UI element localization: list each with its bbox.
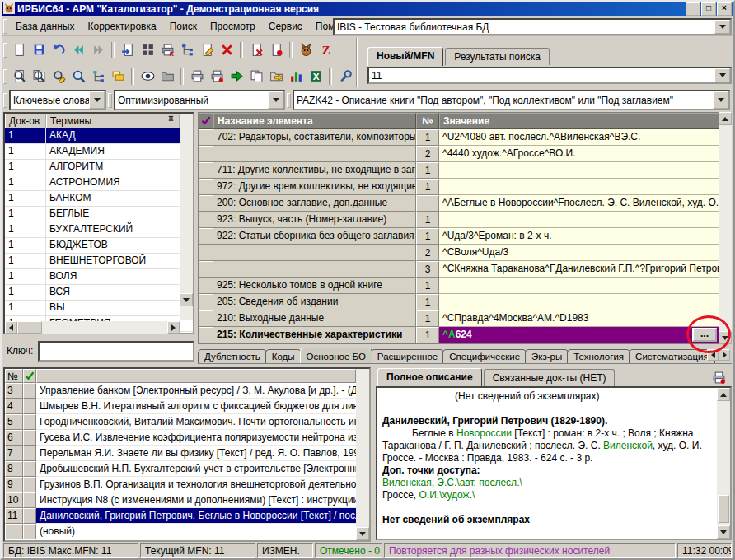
term-row[interactable]: 1БЕГЛЫЕ — [5, 207, 193, 222]
field-value[interactable]: ^A624 — [439, 327, 731, 343]
z39-search-icon[interactable]: Z — [316, 41, 335, 59]
doc-status-icon[interactable] — [267, 41, 285, 59]
key-input[interactable] — [38, 341, 194, 362]
record-row[interactable]: 4Шмырев В.Н. Итеративный алгоритм с фикс… — [5, 399, 369, 414]
terms-col-terms[interactable]: Термины — [46, 114, 180, 128]
records-col-desc[interactable] — [36, 369, 356, 383]
tabs-scroll-right[interactable] — [719, 349, 730, 361]
field-check-cell[interactable] — [199, 162, 213, 179]
record-row[interactable]: 6Гусева И.С. Извлечение коэффициента пол… — [5, 430, 369, 446]
field-row[interactable]: 711: Другие коллективы, не входящие в за… — [199, 162, 731, 179]
title-bar[interactable]: ИРБИС64 - АРМ "Каталогизатор" - Демонстр… — [2, 2, 733, 16]
worksheet-tab-7[interactable]: Систематизация — [629, 349, 715, 363]
field-row[interactable]: 210: Выходные данные1^СПравда^4Москва^АМ… — [199, 310, 731, 327]
fields-scroll-down[interactable] — [719, 331, 732, 344]
field-value[interactable] — [439, 162, 731, 179]
field-check-cell[interactable] — [199, 310, 213, 327]
print-form-icon[interactable]: K — [158, 41, 176, 59]
record-check-cell[interactable] — [23, 477, 36, 492]
field-check-cell[interactable] — [199, 195, 213, 212]
view-grid-icon[interactable] — [138, 41, 157, 59]
field-row[interactable]: 2^СВоля^Uда/3 — [199, 245, 731, 261]
print-special-icon[interactable] — [208, 68, 226, 86]
save-icon[interactable] — [30, 41, 48, 59]
term-row[interactable]: 1БАНКОМ — [5, 191, 193, 207]
statistics-chart-icon[interactable] — [287, 68, 305, 86]
field-row[interactable]: 200: Основное заглавие, доп.данные^АБегл… — [199, 195, 731, 212]
terms-col-docs[interactable]: Док-ов — [5, 114, 46, 128]
field-value[interactable] — [439, 294, 731, 310]
description-scroll-thumb[interactable] — [718, 495, 729, 523]
minimize-button[interactable]: _ — [686, 2, 700, 16]
fields-scroll-up[interactable] — [719, 112, 732, 125]
term-row[interactable]: 1ВЫ — [5, 301, 193, 316]
tab-new-mfn[interactable]: Новый/MFN — [368, 47, 443, 66]
field-check-cell[interactable] — [199, 327, 213, 343]
field-value[interactable]: ^4440 худож.^АГроссе^ВО.И. — [439, 146, 731, 162]
field-check-cell[interactable] — [199, 228, 213, 245]
database-combobox[interactable]: IBIS - Тестовая библиотечная БД — [333, 18, 732, 35]
terms-vertical-scrollbar[interactable] — [180, 114, 193, 320]
search-tree-icon[interactable] — [89, 68, 107, 86]
settings-tools-icon[interactable] — [336, 68, 354, 86]
edit-record-icon[interactable] — [198, 41, 216, 59]
next-record-icon[interactable] — [89, 41, 107, 59]
field-check-cell[interactable] — [199, 294, 213, 310]
field-check-cell[interactable] — [199, 179, 213, 195]
terms-scroll-down[interactable] — [180, 293, 193, 306]
records-scroll-down[interactable] — [356, 527, 369, 540]
term-row[interactable]: 1ВСЯ — [5, 285, 193, 301]
record-row[interactable]: 8Дробышевский Н.П. Бухгалтерский учет в … — [5, 461, 369, 477]
terms-scroll-right[interactable] — [167, 321, 180, 334]
chevron-down-icon[interactable] — [714, 68, 730, 82]
term-row[interactable]: 1АКАДЕМИЯ — [5, 144, 193, 160]
term-row[interactable]: 1АЛГОРИТМ — [5, 160, 193, 175]
field-row[interactable]: 922: Статьи сборника без общего заглавия… — [199, 228, 731, 245]
record-check-cell[interactable] — [23, 383, 36, 399]
record-check-cell[interactable] — [23, 524, 36, 539]
record-row[interactable]: (новый) — [5, 524, 369, 539]
records-col-num[interactable]: № — [5, 369, 23, 383]
folder-open-icon[interactable] — [158, 68, 176, 86]
records-check-icon[interactable] — [23, 369, 36, 383]
mfn-combobox[interactable]: 11 — [368, 67, 732, 84]
worksheet-tab-5[interactable]: Экз-ры — [525, 349, 569, 363]
field-value[interactable]: ^СПравда^4Москва^АМ.^D1983 — [439, 310, 731, 327]
record-check-cell[interactable] — [23, 430, 36, 446]
field-row[interactable]: 205: Сведения об издании1 — [199, 294, 731, 310]
delete-record-icon[interactable] — [218, 41, 236, 59]
tabs-scroll-left[interactable] — [707, 349, 719, 361]
field-value-more-button[interactable]: ... — [692, 328, 717, 342]
view-eye-icon[interactable] — [138, 68, 157, 86]
print-icon[interactable] — [709, 370, 728, 385]
field-row[interactable]: 215: Количественные характеристики1^A624 — [199, 327, 731, 343]
worksheet-tab-6[interactable]: Технология — [567, 349, 630, 363]
field-row[interactable]: 923: Выпуск, часть (Номер-заглавие)1 — [199, 212, 731, 228]
field-value[interactable]: ^Uда/3^Ероман: в 2-х ч. — [439, 228, 731, 245]
record-row[interactable]: 5Городниченковский, Виталий Максимович. … — [5, 414, 369, 430]
record-check-cell[interactable] — [23, 399, 36, 414]
field-value[interactable]: ^АБеглые в Новороссии^Fпослесл. Э. С. Ви… — [439, 195, 731, 212]
menu-0[interactable]: База данных — [9, 19, 81, 34]
close-button[interactable]: × — [717, 2, 732, 16]
description-scroll-up[interactable] — [717, 388, 730, 401]
toolbar-grip[interactable] — [3, 43, 7, 58]
worksheet-tab-0[interactable]: Дублетность — [198, 349, 267, 363]
description-scroll-down[interactable] — [717, 525, 730, 539]
term-row[interactable]: 1ВНЕШНЕТОРГОВОЙ — [5, 254, 193, 269]
field-check-cell[interactable] — [199, 146, 213, 162]
record-row[interactable]: 11Данилевский, Григорий Петрович. Беглые… — [5, 508, 369, 524]
record-check-cell[interactable] — [23, 508, 36, 524]
record-check-cell[interactable] — [23, 414, 36, 430]
record-check-cell[interactable] — [23, 461, 36, 477]
menu-3[interactable]: Просмотр — [204, 19, 262, 34]
record-check-cell[interactable] — [23, 492, 36, 508]
field-check-cell[interactable] — [199, 129, 213, 146]
field-check-cell[interactable] — [199, 261, 213, 278]
field-value[interactable] — [439, 179, 731, 195]
combo-grip[interactable] — [108, 93, 112, 108]
combo-grip[interactable] — [287, 93, 291, 108]
worksheet-tab-1[interactable]: Коды — [265, 349, 302, 363]
fields-col-name[interactable]: Название элемента — [213, 113, 416, 129]
field-value[interactable]: ^U2^4080 авт. послесл.^АВиленская^ВЭ.С. — [439, 129, 731, 146]
